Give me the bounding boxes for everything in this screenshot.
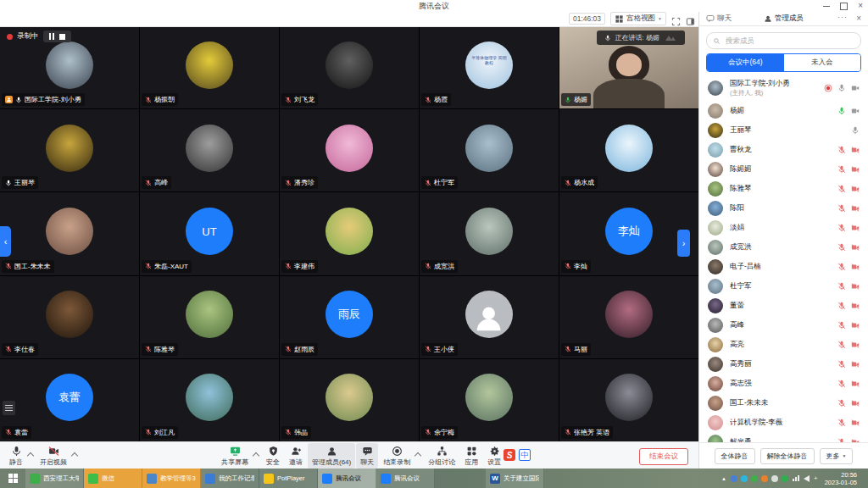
minimize-button[interactable] [823, 6, 830, 7]
member-row[interactable]: 高秀丽 [699, 354, 868, 374]
layout-toggle-icon[interactable] [3, 401, 15, 415]
tray-app-icon[interactable] [731, 475, 737, 482]
video-cell[interactable]: 李仕春 [0, 276, 139, 358]
member-row[interactable]: 杨媚 [699, 101, 868, 120]
video-cell[interactable]: 杨水成 [559, 109, 698, 191]
member-row[interactable]: 高志强 [699, 374, 868, 393]
video-cell[interactable]: 杨振朝 [140, 26, 279, 108]
mute-all-button[interactable]: 全体静音 [715, 448, 755, 464]
taskbar-app[interactable]: 西安理工大学办... [25, 469, 84, 488]
toolbar-camera-off-button[interactable]: 开启视频 [36, 443, 71, 469]
taskbar-app[interactable]: W关于建立国际工... [486, 469, 544, 488]
panel-close-icon[interactable]: × [856, 14, 861, 23]
maximize-button[interactable] [840, 3, 848, 10]
ime-language-icon[interactable]: 中 [519, 449, 531, 461]
panel-more-icon[interactable]: ··· [837, 13, 848, 21]
network-icon[interactable] [793, 475, 799, 481]
toolbar-members-button[interactable]: 管理成员(64) [308, 443, 355, 469]
close-button[interactable]: × [858, 2, 863, 10]
chevron-up-icon[interactable] [71, 452, 78, 459]
video-cell[interactable]: 高峰 [140, 109, 279, 191]
toolbar-breakout-button[interactable]: 分组讨论 [424, 443, 459, 469]
video-cell[interactable]: 刘飞龙 [280, 26, 419, 108]
chevron-up-icon[interactable] [27, 452, 34, 459]
end-meeting-button[interactable]: 结束会议 [639, 448, 688, 465]
start-button[interactable] [0, 469, 25, 488]
sogou-ime-icon[interactable]: S [504, 449, 515, 461]
share-screen-icon [230, 446, 241, 457]
member-row[interactable]: 杜宁军 [699, 276, 868, 296]
member-row[interactable]: 计算机学院-李薇 [699, 413, 868, 432]
member-row[interactable]: 曹秋龙 [699, 140, 868, 159]
video-cell[interactable]: 雨辰赵雨辰 [280, 276, 419, 358]
tab-in-meeting[interactable]: 会议中(64) [707, 54, 784, 71]
pause-recording-button[interactable] [49, 33, 54, 40]
member-row[interactable]: 董蕾 [699, 296, 868, 315]
video-cell[interactable]: 陈雅琴 [140, 276, 279, 358]
taskbar-app[interactable]: 腾讯会议 [318, 469, 376, 488]
video-cell[interactable]: 潘秀珍 [280, 109, 419, 191]
toolbar-settings-button[interactable]: 设置 [483, 443, 505, 469]
toolbar-apps-button[interactable]: 应用 [460, 443, 482, 469]
video-cell[interactable]: 国工-朱未未 [0, 192, 139, 274]
member-text: 曹秋龙 [730, 145, 837, 155]
video-cell[interactable]: 李建伟 [280, 192, 419, 274]
taskbar-app[interactable]: 腾讯会议 [376, 469, 435, 488]
video-cell[interactable]: 半导体物理学 简明教程杨霞 [420, 26, 559, 108]
taskbar-app[interactable]: 微信 [84, 469, 142, 488]
more-button[interactable]: 更多▼ [820, 448, 854, 464]
tray-app-icon[interactable] [761, 475, 768, 482]
fullscreen-icon[interactable] [671, 14, 681, 24]
member-row[interactable]: 陈雅琴 [699, 179, 868, 198]
tray-clock[interactable]: 20:56 2023-01-05 [825, 471, 857, 486]
video-cell[interactable]: 成宽洪 [420, 192, 559, 274]
video-cell[interactable]: 张艳芳 英语 [559, 359, 698, 441]
previous-page-arrow[interactable]: ‹ [0, 226, 11, 257]
video-cell[interactable]: UT朱磊-XAUT [140, 192, 279, 274]
tray-expand-icon[interactable]: ▲ [721, 476, 726, 481]
taskbar-app[interactable]: 教学管理等3个会话 [142, 469, 201, 488]
toolbar-mic-button[interactable]: 静音 [5, 443, 27, 469]
search-input[interactable] [724, 36, 854, 46]
member-row[interactable]: 陈阳 [699, 198, 868, 218]
member-row[interactable]: 王丽琴 [699, 120, 868, 140]
member-row[interactable]: 国际工学院-刘小勇(主持人, 我) [699, 75, 868, 101]
tray-app-icon[interactable] [741, 475, 748, 482]
tab-not-joined[interactable]: 未入会 [784, 54, 861, 71]
unmute-all-button[interactable]: 解除全体静音 [760, 448, 815, 464]
member-row[interactable]: 高峰 [699, 315, 868, 335]
video-cell[interactable]: 余宁梅 [420, 359, 559, 441]
member-row[interactable]: 淡娟 [699, 218, 868, 237]
member-row[interactable]: 陈媚媚 [699, 159, 868, 179]
chevron-up-icon[interactable] [415, 452, 421, 459]
volume-icon[interactable] [804, 475, 810, 482]
next-page-arrow[interactable]: › [677, 230, 690, 257]
toolbar-share-screen-button[interactable]: 共享屏幕 [217, 443, 253, 469]
member-row[interactable]: 高亮 [699, 335, 868, 354]
tray-app-icon[interactable] [751, 475, 758, 482]
toolbar-chat-button[interactable]: 聊天 [356, 443, 378, 469]
tray-app-icon[interactable] [782, 475, 788, 482]
layout-panel-icon[interactable] [686, 14, 695, 24]
video-cell[interactable]: 马丽 [559, 276, 698, 358]
video-cell[interactable]: 袁蕾袁蕾 [0, 359, 139, 441]
video-cell[interactable]: 杜宁军 [420, 109, 559, 191]
tray-app-icon[interactable] [771, 475, 778, 482]
taskbar-app[interactable]: 我的工作记录文... [201, 469, 259, 488]
video-cell[interactable]: 王小侠 [420, 276, 559, 358]
member-row[interactable]: 成宽洪 [699, 237, 868, 257]
toolbar-invite-button[interactable]: 邀请 [285, 443, 307, 469]
member-row[interactable]: 电子-吕楠 [699, 257, 868, 276]
view-mode-selector[interactable]: 宫格视图 ▼ [610, 12, 666, 25]
video-cell[interactable]: 王丽琴 [0, 109, 139, 191]
input-method-icon[interactable]: + [814, 474, 818, 482]
toolbar-shield-button[interactable]: 安全 [262, 443, 284, 469]
participant-name: 陈雅琴 [154, 345, 175, 354]
video-cell[interactable]: 韩晶 [280, 359, 419, 441]
video-cell[interactable]: 刘江凡 [140, 359, 279, 441]
member-row[interactable]: 国工-朱未未 [699, 393, 868, 413]
stop-recording-button[interactable] [59, 34, 65, 40]
taskbar-app[interactable]: PotPlayer [259, 469, 318, 488]
toolbar-record-button[interactable]: 结束录制 [379, 443, 415, 469]
chevron-up-icon[interactable] [253, 452, 259, 459]
